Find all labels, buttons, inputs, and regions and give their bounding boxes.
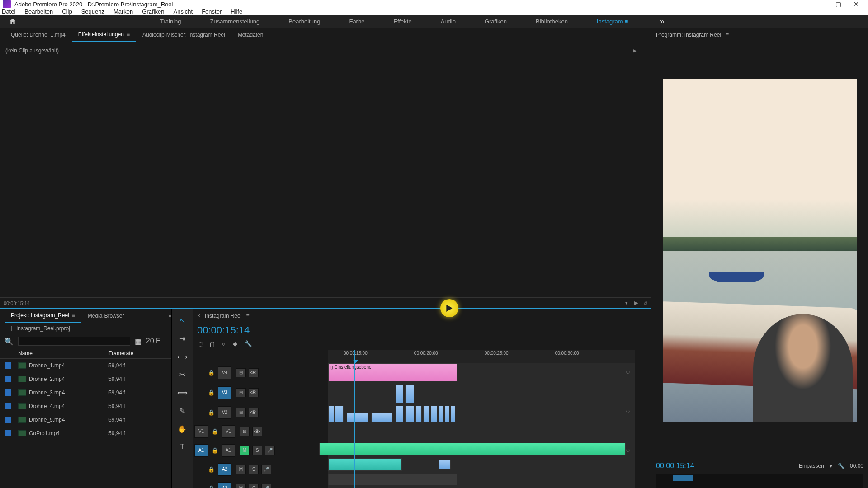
filter-icon[interactable]: ▾ [625,300,628,306]
project-item-row[interactable]: Drohne_1.mp4 59,94 f [0,359,171,372]
tab-metadata[interactable]: Metadaten [231,28,270,42]
workspace-grafiken[interactable]: Grafiken [470,15,521,28]
clip-video[interactable] [415,406,422,422]
track-v2[interactable]: 🔒 V2 ⊟👁 [193,403,328,422]
eye-icon[interactable]: 👁 [249,408,259,417]
track-target-v3[interactable]: V3 [218,386,231,399]
new-bin-icon[interactable]: ▦ [135,337,142,346]
lock-icon[interactable]: 🔒 [210,428,220,435]
voice-over-icon[interactable]: 🎤 [265,446,275,455]
workspace-instagram[interactable]: Instagram≡ [582,15,646,28]
scroll-down-icon[interactable]: ○ [626,485,632,488]
chevron-down-icon[interactable]: ▾ [830,463,832,469]
timeline-timecode[interactable]: 00:00:15:14 [193,323,328,336]
menu-sequenz[interactable]: Sequenz [81,8,104,15]
solo-button[interactable]: S [249,484,259,488]
insert-mode-icon[interactable]: ⬚ [197,340,203,347]
clip-video[interactable] [439,406,443,422]
project-item-row[interactable]: Drohne_4.mp4 59,94 f [0,399,171,413]
clip-video[interactable] [445,406,449,422]
type-tool[interactable]: T [177,442,187,452]
track-select-tool[interactable]: ⇥ [177,333,187,343]
program-monitor-view[interactable] [651,42,868,460]
sync-lock-icon[interactable]: ⊟ [236,368,246,377]
clip-video[interactable] [405,385,414,403]
clip-audio[interactable] [439,460,451,469]
menu-grafiken[interactable]: Grafiken [142,8,164,15]
workspace-effekte[interactable]: Effekte [379,15,426,28]
clip-video[interactable] [347,413,368,422]
menu-hilfe[interactable]: Hilfe [231,8,242,15]
workspace-overflow-icon[interactable]: » [660,17,665,26]
menu-ansicht[interactable]: Ansicht [173,8,193,15]
track-a2[interactable]: 🔒 A2 MS🎤 [193,460,328,479]
track-target-v1[interactable]: V1 [222,425,235,438]
sequence-close-icon[interactable]: × [197,313,200,319]
track-a3[interactable]: 🔒 A3 MS🎤 [193,479,328,488]
project-item-row[interactable]: GoPro1.mp4 59,94 f [0,427,171,440]
fit-dropdown[interactable]: Einpassen [799,463,824,469]
track-target-v4[interactable]: V4 [218,366,231,379]
tab-project[interactable]: Projekt: Instagram_Reel ≡ [5,309,81,323]
project-search-input[interactable] [18,337,130,346]
track-a1[interactable]: A1 🔒 A1 MS🎤 [193,441,328,460]
track-target-a1[interactable]: A1 [222,444,235,457]
home-button[interactable] [6,15,19,28]
clip-audio[interactable] [328,458,402,471]
track-v3[interactable]: 🔒 V3 ⊟👁 [193,382,328,403]
pen-tool[interactable]: ✎ [177,406,187,416]
marker-icon[interactable]: ◆ [233,340,237,347]
minimize-button[interactable]: — [811,0,829,8]
lock-icon[interactable]: 🔒 [206,466,216,473]
mute-button[interactable]: M [236,484,246,488]
lock-icon[interactable]: 🔒 [206,370,216,376]
expand-caret-icon[interactable]: ▸ [633,46,637,55]
panel-menu-icon[interactable]: ≡ [726,32,729,38]
wrench-icon[interactable]: 🔧 [245,340,252,347]
mute-button[interactable]: M [240,446,250,455]
clip-audio[interactable] [328,474,457,485]
source-patch-a1[interactable]: A1 [194,444,208,457]
panel-menu-icon[interactable]: ≡ [127,31,130,38]
eye-icon[interactable]: 👁 [252,427,262,436]
workspace-farbe[interactable]: Farbe [335,15,379,28]
project-item-row[interactable]: Drohne_3.mp4 59,94 f [0,386,171,399]
clip-video[interactable] [405,406,414,422]
workspace-menu-icon[interactable]: ≡ [625,18,632,25]
menu-clip[interactable]: Clip [62,8,72,15]
lock-icon[interactable]: 🔒 [210,447,220,454]
clip-video[interactable] [423,406,429,422]
lock-icon[interactable]: 🔒 [206,389,216,396]
program-scrollbar[interactable] [656,474,863,488]
hand-tool[interactable]: ✋ [177,424,187,434]
panel-menu-icon[interactable]: ≡ [72,312,75,319]
maximize-button[interactable]: ▢ [829,0,847,8]
menu-marken[interactable]: Marken [113,8,133,15]
linked-selection-icon[interactable]: ⟐ [222,340,226,347]
sync-lock-icon[interactable]: ⊟ [236,388,246,397]
clip-audio[interactable] [319,443,626,455]
track-v4[interactable]: 🔒 V4 ⊟👁 [193,363,328,382]
voice-over-icon[interactable]: 🎤 [261,484,271,488]
time-ruler[interactable]: 00:00:15:00 00:00:20:00 00:00:25:00 00:0… [328,350,635,363]
clip-video[interactable] [431,406,437,422]
panel-menu-icon[interactable]: ≡ [246,313,249,319]
timeline-tracks-area[interactable]: 00:00:15:00 00:00:20:00 00:00:25:00 00:0… [328,350,635,488]
wrench-icon[interactable]: 🔧 [838,463,844,469]
tab-effect-settings[interactable]: Effekteinstellungen ≡ [72,28,136,42]
panel-overflow-icon[interactable]: » [168,313,171,319]
workspace-bibliotheken[interactable]: Bibliotheken [521,15,582,28]
scroll-marker-icon[interactable]: ○ [626,407,632,415]
ripple-edit-tool[interactable]: ⟷ [177,352,187,361]
lock-icon[interactable]: 🔒 [206,485,216,488]
snap-icon[interactable]: ⋂ [210,340,215,347]
tab-audio-mixer[interactable]: Audioclip-Mischer: Instagram Reel [136,28,231,42]
solo-button[interactable]: S [249,465,259,474]
close-button[interactable]: ✕ [847,0,865,8]
scroll-up-icon[interactable]: ○ [626,368,632,376]
clip-video[interactable] [451,406,455,422]
clip-video[interactable] [335,406,344,422]
track-target-v2[interactable]: V2 [218,406,231,419]
scroll-marker-icon[interactable]: ○ [626,446,632,454]
clip-video[interactable] [371,413,392,422]
